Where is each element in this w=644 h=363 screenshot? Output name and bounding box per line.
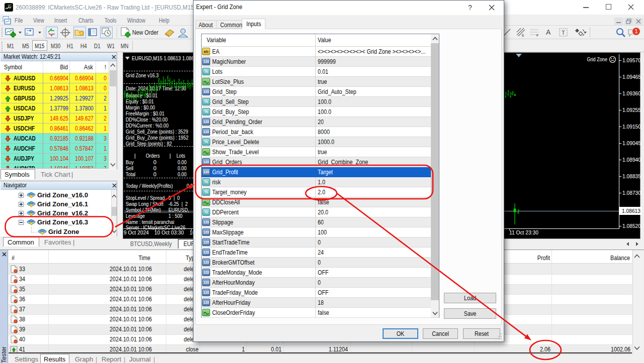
svg-text:E: E (522, 34, 524, 37)
svg-text:F: F (536, 34, 538, 37)
svg-text:T: T (562, 30, 565, 36)
